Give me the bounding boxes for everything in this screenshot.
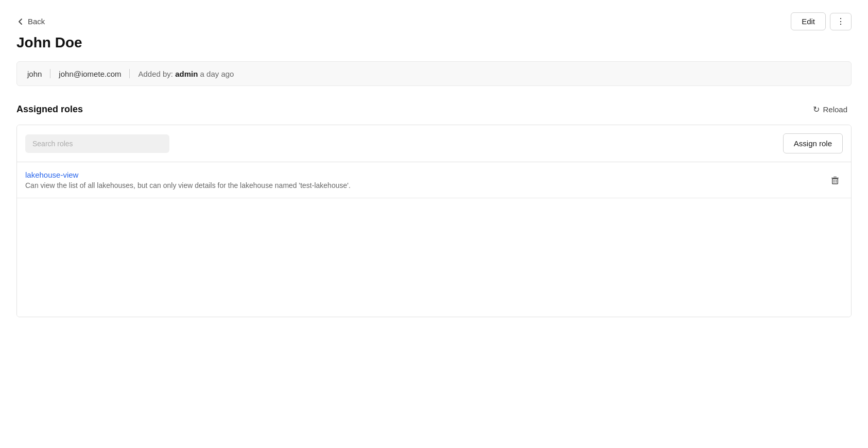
back-button[interactable]: Back (16, 15, 45, 28)
page-title: John Doe (16, 35, 852, 51)
search-roles-input[interactable] (25, 134, 169, 153)
back-label: Back (28, 17, 45, 26)
more-options-button[interactable]: ⋮ (830, 13, 852, 30)
section-header: Assigned roles ↻ Reload (16, 102, 852, 116)
user-email: john@iomete.com (50, 70, 129, 78)
role-name-link[interactable]: lakehouse-view (25, 170, 351, 179)
trash-icon (830, 176, 840, 185)
svg-rect-0 (831, 178, 839, 178)
reload-button[interactable]: ↻ Reload (809, 102, 852, 116)
username: john (27, 70, 50, 78)
section-title: Assigned roles (16, 104, 83, 115)
svg-rect-1 (832, 179, 838, 184)
user-info-bar: john john@iomete.com Added by: admin a d… (16, 61, 852, 86)
added-by-prefix: Added by: (138, 70, 175, 78)
table-row: lakehouse-view Can view the list of all … (17, 162, 851, 198)
roles-container: Assign role lakehouse-view Can view the … (16, 125, 852, 317)
arrow-left-icon (16, 18, 25, 26)
reload-label: Reload (823, 105, 847, 114)
role-info: lakehouse-view Can view the list of all … (25, 170, 351, 189)
role-description: Can view the list of all lakehouses, but… (25, 181, 351, 189)
roles-toolbar: Assign role (17, 125, 851, 162)
roles-list: lakehouse-view Can view the list of all … (17, 162, 851, 317)
header-row: Back Edit ⋮ (16, 12, 852, 30)
added-by-info: Added by: admin a day ago (130, 70, 242, 78)
header-actions: Edit ⋮ (791, 12, 852, 30)
assign-role-button[interactable]: Assign role (783, 133, 843, 153)
added-time: a day ago (200, 70, 234, 78)
added-by-user: admin (175, 70, 198, 78)
delete-role-button[interactable] (827, 173, 843, 188)
edit-button[interactable]: Edit (791, 12, 826, 30)
reload-icon: ↻ (813, 105, 820, 114)
